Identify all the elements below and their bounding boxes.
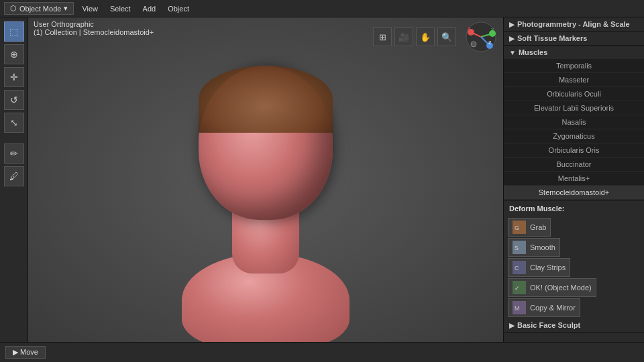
muscle-temporalis[interactable]: Temporalis xyxy=(504,59,644,73)
grease-pencil-tool-button[interactable]: 🖊 xyxy=(4,166,24,186)
svg-text:Y: Y xyxy=(491,27,494,32)
scale-tool-button[interactable]: ⤡ xyxy=(4,113,24,133)
photogrammetry-header[interactable]: ▶ Photogrammetry - Align & Scale xyxy=(504,17,644,31)
soft-tissue-section: ▶ Soft Tissue Markers xyxy=(504,32,644,46)
viewport-controls: ⊞ 🎥 ✋ 🔍 Y X Z xyxy=(373,20,498,54)
svg-text:S: S xyxy=(515,245,519,251)
zoom-button[interactable]: 🔍 xyxy=(437,27,456,46)
move-tool-button[interactable]: ✛ xyxy=(4,67,24,87)
object-mode-button[interactable]: ⬡ Object Mode ▾ xyxy=(4,2,74,15)
axis-gizmo[interactable]: Y X Z xyxy=(464,20,498,54)
right-panel: ▶ Photogrammetry - Align & Scale ▶ Soft … xyxy=(503,17,644,362)
svg-text:C: C xyxy=(515,265,519,272)
smooth-label: Smooth xyxy=(530,243,555,251)
muscle-zygomaticus[interactable]: Zygomaticus xyxy=(504,129,644,143)
camera-view-button[interactable]: 🎥 xyxy=(394,27,413,46)
grab-label: Grab xyxy=(530,223,546,231)
rotate-tool-button[interactable]: ↺ xyxy=(4,90,24,110)
photogrammetry-label: Photogrammetry - Align & Scale xyxy=(517,20,630,28)
muscle-stemocleidomastoid[interactable]: Stemocleidomastoid+ xyxy=(504,186,644,200)
muscles-header[interactable]: ▼ Muscles xyxy=(504,46,644,59)
muscles-arrow-icon: ▼ xyxy=(509,49,516,56)
svg-text:X: X xyxy=(468,26,471,31)
copy-mirror-icon: M xyxy=(513,301,526,314)
muscle-orbicularis-oris[interactable]: Orbicularis Oris xyxy=(504,143,644,158)
mode-icon: ⬡ xyxy=(10,4,17,13)
photogrammetry-arrow-icon: ▶ xyxy=(509,21,515,28)
smooth-icon: S xyxy=(513,241,526,254)
muscle-nasalis[interactable]: Nasalis xyxy=(504,115,644,129)
muscle-orbicularis-oculi[interactable]: Orbicularis Oculi xyxy=(504,87,644,101)
svg-point-10 xyxy=(471,42,476,47)
mode-dropdown-icon: ▾ xyxy=(64,4,68,13)
muscles-section: ▼ Muscles Temporalis Masseter Orbiculari… xyxy=(504,46,644,200)
object-menu[interactable]: Object xyxy=(164,3,193,14)
svg-text:G: G xyxy=(515,225,519,231)
basic-face-sculpt-header[interactable]: ▶ Basic Face Sculpt xyxy=(504,318,644,332)
topbar: ⬡ Object Mode ▾ View Select Add Object xyxy=(0,0,644,17)
clay-strips-button[interactable]: C Clay Strips xyxy=(508,258,570,277)
viewport[interactable]: User Orthographic (1) Collection | Stemo… xyxy=(28,17,503,342)
muscle-masseter[interactable]: Masseter xyxy=(504,73,644,87)
soft-tissue-header[interactable]: ▶ Soft Tissue Markers xyxy=(504,32,644,45)
soft-tissue-arrow-icon: ▶ xyxy=(509,35,515,42)
select-tool-button[interactable]: ⬚ xyxy=(4,21,24,42)
muscle-mentalis[interactable]: Mentalis+ xyxy=(504,172,644,186)
svg-text:Z: Z xyxy=(488,40,492,45)
photogrammetry-section: ▶ Photogrammetry - Align & Scale xyxy=(504,17,644,32)
select-menu[interactable]: Select xyxy=(106,3,135,14)
soft-tissue-label: Soft Tissue Markers xyxy=(517,34,587,42)
grab-icon: G xyxy=(513,221,526,234)
grid-toggle-button[interactable]: ⊞ xyxy=(373,27,392,46)
muscle-buccinator[interactable]: Buccinator xyxy=(504,158,644,172)
copy-mirror-button[interactable]: M Copy & Mirror xyxy=(508,298,580,317)
basic-face-sculpt-label: Basic Face Sculpt xyxy=(517,321,580,329)
muscle-list: Temporalis Masseter Orbicularis Oculi El… xyxy=(504,59,644,200)
muscles-label: Muscles xyxy=(519,48,547,56)
left-toolbar: ⬚ ⊕ ✛ ↺ ⤡ ✏ 🖊 xyxy=(0,17,28,342)
clay-strips-icon: C xyxy=(513,261,526,274)
annotate-tool-button[interactable]: ✏ xyxy=(4,143,24,164)
deform-muscle-section: Deform Muscle: G Grab S Smooth C Clay St… xyxy=(504,200,644,317)
clay-strips-label: Clay Strips xyxy=(530,263,566,272)
view-menu[interactable]: View xyxy=(78,3,102,14)
grab-button[interactable]: G Grab xyxy=(508,218,551,237)
ok-object-mode-label: OK! (Object Mode) xyxy=(530,284,592,292)
smooth-button[interactable]: S Smooth xyxy=(508,238,560,257)
basic-face-sculpt-section: ▶ Basic Face Sculpt xyxy=(504,318,644,333)
cursor-tool-button[interactable]: ⊕ xyxy=(4,44,24,64)
basic-face-sculpt-arrow-icon: ▶ xyxy=(509,322,515,329)
copy-mirror-label: Copy & Mirror xyxy=(530,304,576,312)
ok-icon: ✓ xyxy=(513,281,526,294)
deform-muscle-label: Deform Muscle: xyxy=(504,200,644,217)
mode-label: Object Mode xyxy=(19,5,61,13)
ok-object-mode-button[interactable]: ✓ OK! (Object Mode) xyxy=(508,278,596,297)
muscle-elevator-labii[interactable]: Elevator Labii Superioris xyxy=(504,101,644,115)
svg-text:M: M xyxy=(515,305,520,312)
svg-text:✓: ✓ xyxy=(515,285,520,292)
pan-button[interactable]: ✋ xyxy=(416,27,435,46)
scalp-texture xyxy=(199,66,333,133)
3d-viewport-render[interactable] xyxy=(28,17,503,342)
bottom-bar: ▶ Move xyxy=(0,342,644,362)
add-menu[interactable]: Add xyxy=(139,3,160,14)
move-button[interactable]: ▶ Move xyxy=(5,346,46,359)
